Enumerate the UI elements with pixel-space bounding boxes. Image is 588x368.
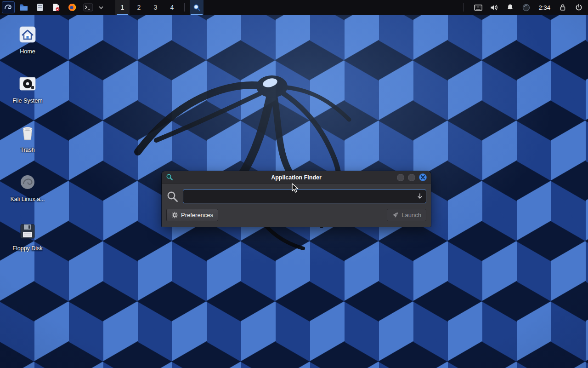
firefox-launcher[interactable] [65, 1, 79, 14]
button-row: Preferences Launch [166, 209, 426, 221]
preferences-button[interactable]: Preferences [166, 209, 218, 221]
desktop-icon-floppy-disk[interactable]: Floppy Disk [5, 219, 51, 262]
window-app-icon [166, 173, 173, 183]
terminal-dropdown-button[interactable] [97, 1, 105, 14]
gear-icon [171, 212, 178, 218]
text-editor-launcher[interactable] [49, 1, 63, 14]
terminal-launcher[interactable] [81, 1, 95, 14]
titlebar[interactable]: Application Finder [162, 171, 431, 184]
desktop-icon-label: Floppy Disk [12, 245, 42, 252]
window-title: Application Finder [162, 171, 431, 184]
speaker-icon [490, 4, 498, 11]
chevron-down-icon [99, 6, 103, 9]
terminal-icon [83, 3, 93, 12]
file-cabinet-icon [35, 3, 45, 12]
notification-indicator[interactable] [506, 2, 515, 13]
keyboard-icon [474, 5, 482, 11]
search-row [166, 190, 426, 203]
document-icon [51, 3, 61, 12]
lock-icon [560, 4, 566, 11]
keyboard-indicator[interactable] [474, 2, 483, 13]
desktop-icon-label: Kali Linux a... [10, 196, 45, 202]
file-manager-launcher[interactable] [17, 1, 31, 14]
search-icon [166, 173, 173, 181]
screen-lock-button[interactable] [558, 2, 567, 13]
desktop-icon-label: Home [20, 48, 35, 55]
arrow-down-icon [417, 193, 423, 200]
preferences-button-label: Preferences [181, 212, 213, 218]
kali-logo-icon [4, 3, 12, 12]
workspace-button-3[interactable]: 3 [148, 0, 163, 15]
finder-body: Preferences Launch [162, 184, 431, 227]
panel-separator [110, 3, 110, 12]
launch-rocket-icon [392, 212, 399, 218]
floppy-disk-icon [18, 222, 37, 241]
home-icon [18, 25, 37, 44]
minimize-button[interactable] [397, 174, 404, 181]
files-launcher[interactable] [33, 1, 47, 14]
trash-icon [18, 123, 37, 143]
search-input[interactable] [183, 190, 426, 203]
desktop-icon-trash[interactable]: Trash [5, 121, 51, 164]
desktop-icon-column: Home File System Trash Kal [5, 22, 51, 262]
desktop-icon-label: File System [12, 98, 42, 104]
text-caret [189, 193, 189, 200]
window-controls [397, 173, 427, 181]
workspace-button-4[interactable]: 4 [165, 0, 179, 15]
panel-status-area: 2:34 [461, 2, 583, 13]
workspace-label: 4 [170, 4, 174, 11]
firefox-icon [68, 3, 77, 12]
desktop-icon-label: Trash [20, 147, 35, 153]
taskbar-application-finder-button[interactable] [190, 0, 204, 15]
kali-circle-icon [18, 172, 37, 192]
file-system-drive-icon [18, 74, 37, 93]
application-finder-window: Application Finder [162, 171, 431, 227]
launch-button-label: Launch [401, 212, 421, 218]
clock[interactable]: 2:34 [538, 4, 551, 11]
workspace-label: 3 [154, 4, 158, 11]
orb-icon [522, 4, 530, 12]
folder-icon [19, 3, 28, 12]
kali-menu-button[interactable] [2, 1, 15, 13]
desktop-icon-kali-docs[interactable]: Kali Linux a... [5, 170, 51, 213]
search-icon [166, 190, 179, 203]
logout-button[interactable] [574, 2, 583, 13]
search-icon [193, 4, 201, 12]
panel-separator [464, 3, 464, 12]
search-entry [183, 190, 426, 203]
launch-button[interactable]: Launch [387, 209, 426, 221]
power-icon [575, 4, 582, 11]
maximize-button[interactable] [408, 174, 415, 181]
volume-indicator[interactable] [490, 2, 499, 13]
entry-dropdown-button[interactable] [417, 193, 423, 202]
desktop-screen: 1 2 3 4 [0, 0, 588, 368]
desktop-icon-home[interactable]: Home [5, 22, 51, 65]
status-orb-indicator[interactable] [522, 2, 531, 13]
workspace-label: 2 [137, 4, 141, 11]
top-panel: 1 2 3 4 [0, 0, 588, 15]
desktop-icon-file-system[interactable]: File System [5, 71, 51, 115]
workspace-label: 1 [121, 4, 124, 11]
workspace-button-1[interactable]: 1 [115, 0, 130, 15]
workspace-button-2[interactable]: 2 [132, 0, 146, 15]
bell-icon [507, 4, 514, 11]
close-icon [421, 175, 425, 179]
close-button[interactable] [419, 173, 427, 181]
panel-separator [184, 3, 185, 12]
